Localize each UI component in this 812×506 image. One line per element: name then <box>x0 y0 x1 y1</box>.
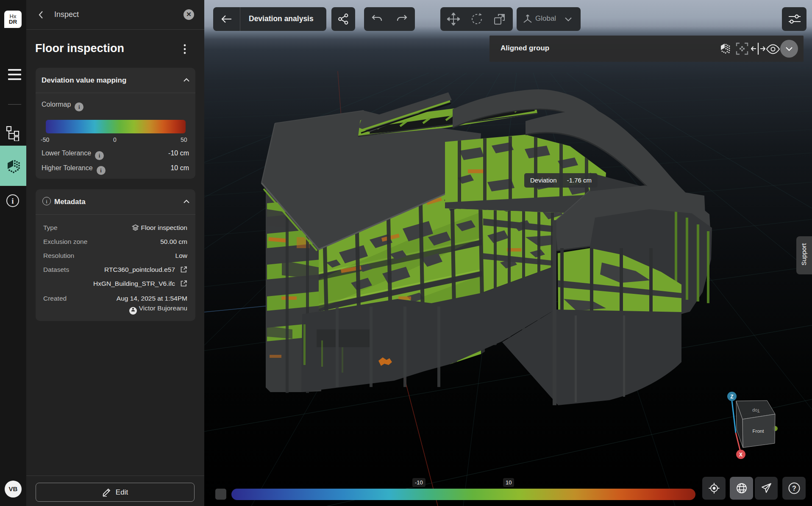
svg-text:X: X <box>739 452 742 458</box>
svg-text:Top: Top <box>752 408 760 413</box>
svg-text:Front: Front <box>753 429 765 434</box>
svg-text:Z: Z <box>730 394 733 400</box>
svg-text:?: ? <box>792 485 796 492</box>
